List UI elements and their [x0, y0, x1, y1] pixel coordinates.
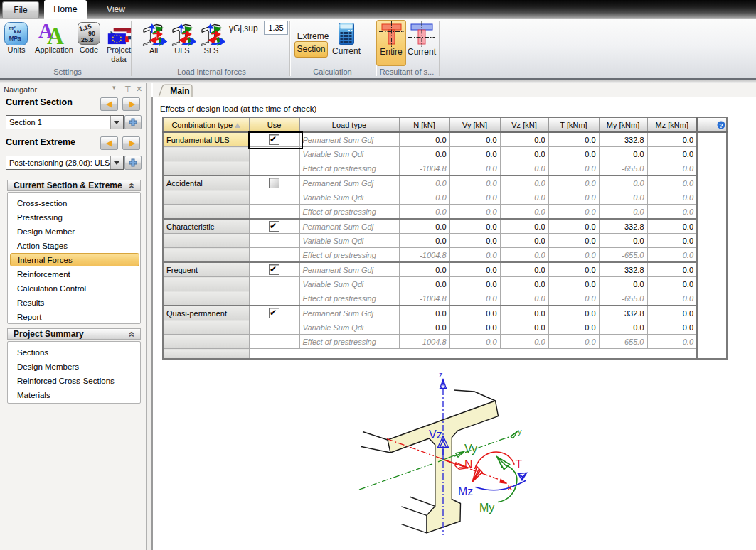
svg-text:N: N: [464, 458, 473, 470]
svg-text:z: z: [439, 370, 443, 379]
svg-text:?: ?: [719, 122, 723, 129]
svg-text:T: T: [516, 458, 523, 470]
svg-text:Vy: Vy: [464, 443, 477, 455]
svg-text:y: y: [518, 427, 522, 436]
svg-text:25.8: 25.8: [81, 36, 94, 43]
svg-text:kN: kN: [14, 28, 21, 35]
svg-text:My: My: [479, 502, 494, 514]
svg-text:Mz: Mz: [458, 485, 473, 497]
svg-text:Vz: Vz: [429, 428, 442, 441]
svg-text:MPa: MPa: [9, 35, 21, 42]
